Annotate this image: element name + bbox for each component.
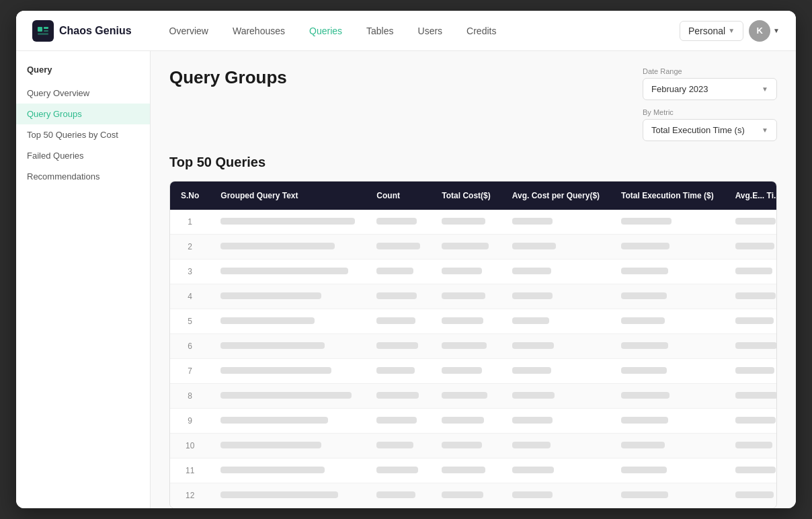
nav-users[interactable]: Users — [407, 22, 454, 40]
nav-credits[interactable]: Credits — [456, 22, 507, 40]
svg-rect-1 — [44, 27, 48, 29]
cell-avg-exec — [725, 409, 777, 434]
cell-sno: 3 — [170, 260, 210, 284]
cell-count — [366, 309, 431, 334]
cell-total-cost — [431, 260, 501, 284]
table-row[interactable]: 2 — [170, 235, 777, 260]
table-row[interactable]: 1 — [170, 210, 777, 235]
cell-avg-cost — [501, 483, 610, 508]
cell-avg-exec — [725, 384, 777, 409]
cell-total-cost — [431, 309, 501, 334]
table-row[interactable]: 8 — [170, 384, 777, 409]
table-row[interactable]: 6 — [170, 334, 777, 359]
cell-total-cost — [431, 235, 501, 260]
cell-avg-cost — [501, 284, 610, 309]
col-avg-cost: Avg. Cost per Query($) — [501, 182, 610, 210]
app-name: Chaos Genius — [59, 25, 132, 37]
cell-sno: 2 — [170, 235, 210, 260]
table-row[interactable]: 4 — [170, 284, 777, 309]
cell-avg-exec — [725, 309, 777, 334]
cell-total-exec — [610, 458, 725, 483]
cell-query-text — [210, 434, 366, 458]
sidebar-item-query-overview[interactable]: Query Overview — [16, 83, 150, 104]
table-row[interactable]: 11 — [170, 458, 777, 483]
cell-query-text — [210, 334, 366, 359]
cell-query-text — [210, 458, 366, 483]
nav-tables[interactable]: Tables — [356, 22, 404, 40]
col-avg-exec: Avg.E... Ti... — [725, 182, 777, 210]
cell-total-exec — [610, 359, 725, 384]
sidebar-item-recommendations[interactable]: Recommendations — [16, 166, 150, 187]
cell-total-cost — [431, 458, 501, 483]
cell-sno: 4 — [170, 284, 210, 309]
cell-total-exec — [610, 260, 725, 284]
table-row[interactable]: 12 — [170, 483, 777, 508]
table-row[interactable]: 5 — [170, 309, 777, 334]
workspace-dropdown[interactable]: Personal ▼ — [680, 21, 743, 41]
logo-area: Chaos Genius — [32, 20, 132, 42]
cell-query-text — [210, 384, 366, 409]
cell-query-text — [210, 235, 366, 260]
svg-rect-3 — [38, 33, 48, 35]
cell-avg-cost — [501, 210, 610, 235]
col-total-cost: Total Cost($) — [431, 182, 501, 210]
nav-warehouses[interactable]: Warehouses — [222, 22, 296, 40]
table-row[interactable]: 3 — [170, 260, 777, 284]
cell-count — [366, 434, 431, 458]
cell-count — [366, 409, 431, 434]
cell-avg-cost — [501, 309, 610, 334]
cell-count — [366, 458, 431, 483]
cell-avg-exec — [725, 210, 777, 235]
nav-queries[interactable]: Queries — [298, 22, 353, 40]
header-controls: Date Range February 2023 ▼ By Metric Tot… — [643, 67, 777, 141]
sidebar-item-top50[interactable]: Top 50 Queries by Cost — [16, 124, 150, 145]
cell-avg-cost — [501, 235, 610, 260]
section-title: Top 50 Queries — [169, 155, 777, 170]
date-range-dropdown[interactable]: February 2023 ▼ — [643, 78, 777, 100]
table-row[interactable]: 10 — [170, 434, 777, 458]
cell-total-exec — [610, 309, 725, 334]
sidebar-item-query-groups[interactable]: Query Groups — [16, 104, 150, 124]
cell-sno: 7 — [170, 359, 210, 384]
date-range-value: February 2023 — [651, 84, 708, 94]
cell-avg-cost — [501, 409, 610, 434]
cell-sno: 6 — [170, 334, 210, 359]
svg-rect-0 — [38, 27, 42, 32]
table-row[interactable]: 9 — [170, 409, 777, 434]
cell-avg-exec — [725, 458, 777, 483]
cell-avg-cost — [501, 260, 610, 284]
cell-count — [366, 334, 431, 359]
date-range-arrow: ▼ — [762, 85, 768, 93]
cell-count — [366, 260, 431, 284]
cell-total-cost — [431, 284, 501, 309]
cell-total-cost — [431, 334, 501, 359]
cell-avg-cost — [501, 458, 610, 483]
avatar-button[interactable]: K — [749, 20, 770, 42]
cell-total-exec — [610, 409, 725, 434]
cell-sno: 5 — [170, 309, 210, 334]
table-body: 123456789101112 — [170, 210, 777, 508]
cell-count — [366, 359, 431, 384]
table-row[interactable]: 7 — [170, 359, 777, 384]
main-content: Query Groups Date Range February 2023 ▼ … — [151, 51, 796, 508]
cell-avg-exec — [725, 260, 777, 284]
cell-total-cost — [431, 409, 501, 434]
col-count: Count — [366, 182, 431, 210]
sidebar: Query Query Overview Query Groups Top 50… — [16, 51, 151, 508]
cell-total-cost — [431, 384, 501, 409]
cell-count — [366, 384, 431, 409]
col-query-text: Grouped Query Text — [210, 182, 366, 210]
avatar-dropdown-arrow[interactable]: ▼ — [773, 27, 780, 34]
col-total-exec: Total Execution Time ($) — [610, 182, 725, 210]
col-sno: S.No — [170, 182, 210, 210]
query-table: S.No Grouped Query Text Count Total Cost… — [170, 182, 777, 508]
metric-dropdown[interactable]: Total Execution Time (s) ▼ — [643, 119, 777, 141]
sidebar-item-failed[interactable]: Failed Queries — [16, 145, 150, 166]
cell-total-exec — [610, 210, 725, 235]
date-range-control: Date Range February 2023 ▼ — [643, 67, 777, 100]
nav-right: Personal ▼ K ▼ — [680, 20, 780, 42]
cell-total-exec — [610, 235, 725, 260]
logo-icon — [32, 20, 54, 42]
nav-overview[interactable]: Overview — [159, 22, 219, 40]
metric-arrow: ▼ — [762, 126, 768, 134]
